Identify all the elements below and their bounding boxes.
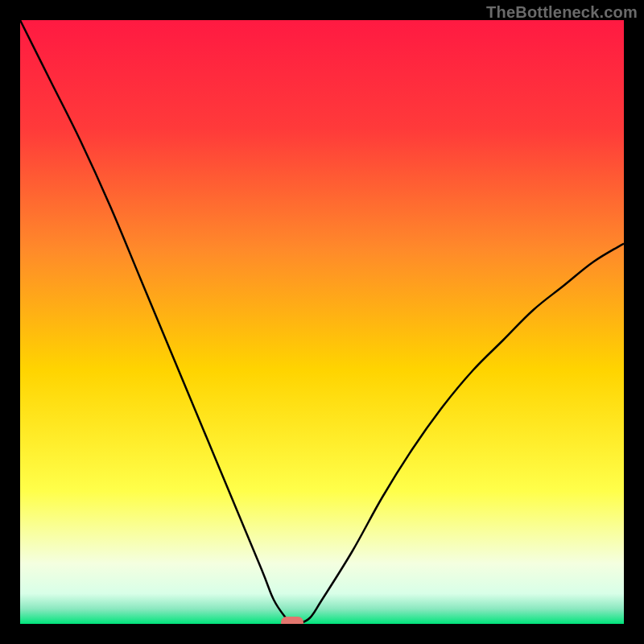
plot-area [20, 20, 624, 624]
bottleneck-curve [20, 20, 624, 624]
chart-container: TheBottleneck.com [0, 0, 644, 644]
watermark-text: TheBottleneck.com [486, 3, 638, 22]
optimum-marker [281, 617, 303, 624]
